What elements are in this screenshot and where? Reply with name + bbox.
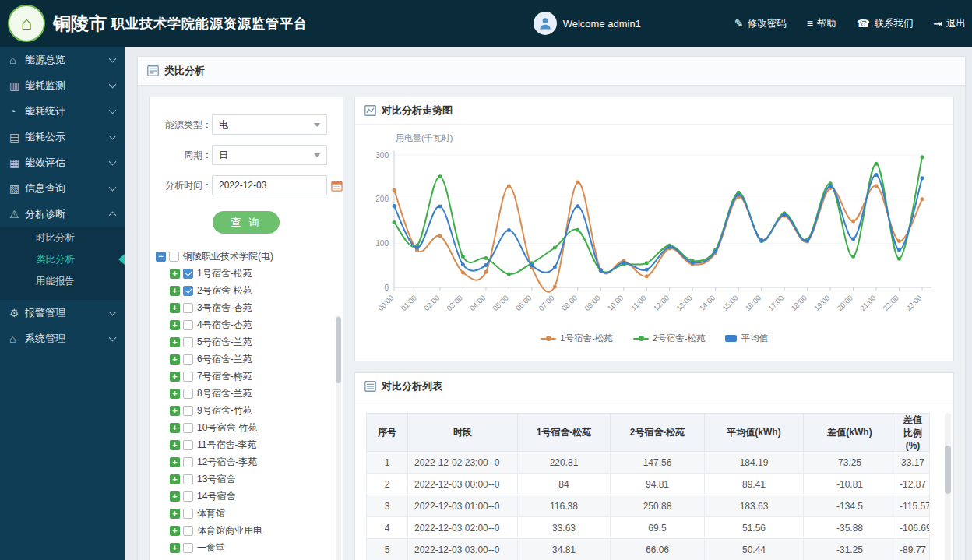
expand-icon[interactable]: +: [170, 303, 180, 313]
expand-icon[interactable]: +: [170, 509, 180, 519]
contact-us-button[interactable]: ☎联系我们: [857, 17, 913, 30]
table-row[interactable]: 52022-12-03 03:00--034.8166.0650.44-31.2…: [367, 539, 930, 560]
collapse-icon[interactable]: −: [156, 252, 166, 262]
table-header-cell[interactable]: 平均值(kWh): [705, 414, 804, 452]
tree-node[interactable]: +9号宿舍-竹苑: [170, 402, 343, 419]
sidebar-item-consumption-publicity[interactable]: ▤能耗公示: [0, 124, 125, 150]
tree-node[interactable]: +8号宿舍-兰苑: [170, 385, 343, 402]
tree-scrollbar[interactable]: [336, 315, 341, 560]
legend-item[interactable]: 平均值: [725, 333, 768, 344]
expand-icon[interactable]: +: [170, 491, 180, 502]
expand-icon[interactable]: +: [170, 269, 180, 279]
tree-node[interactable]: +5号宿舍-兰苑: [170, 333, 343, 350]
sidebar-item-consumption-statistics[interactable]: ◔能耗统计: [0, 98, 125, 124]
expand-icon[interactable]: +: [170, 457, 180, 467]
tree-node[interactable]: +3号宿舍-杏苑: [170, 299, 343, 316]
tree-node[interactable]: +11号宿舍-李苑: [170, 436, 343, 453]
table-scrollbar-thumb[interactable]: [945, 446, 951, 494]
tree-checkbox[interactable]: [183, 286, 193, 296]
sidebar-subitem-analogy-analysis[interactable]: 类比分析: [0, 248, 125, 270]
expand-icon[interactable]: +: [170, 423, 180, 433]
chart-legend: 1号宿舍-松苑2号宿舍-松苑平均值: [361, 333, 947, 344]
expand-icon[interactable]: +: [170, 354, 180, 365]
logout-button[interactable]: ⇥退出: [933, 17, 966, 30]
expand-icon[interactable]: +: [170, 543, 180, 553]
tree-node[interactable]: +体育馆商业用电: [170, 522, 343, 539]
tree-checkbox[interactable]: [183, 372, 193, 382]
tree-scrollbar-thumb[interactable]: [336, 317, 341, 383]
sidebar-item-efficiency-evaluation[interactable]: ▦能效评估: [0, 150, 125, 175]
sidebar-item-energy-overview[interactable]: ⌂能源总览: [0, 47, 125, 72]
tree-checkbox[interactable]: [183, 303, 193, 313]
table-header-cell[interactable]: 2号宿舍-松苑: [611, 414, 705, 452]
tree-checkbox[interactable]: [183, 269, 193, 279]
tree-node[interactable]: +7号宿舍-梅苑: [170, 368, 343, 385]
expand-icon[interactable]: +: [170, 440, 180, 450]
change-password-button[interactable]: ✎修改密码: [734, 17, 787, 30]
help-button[interactable]: ≡帮助: [807, 17, 836, 30]
expand-icon[interactable]: +: [170, 406, 180, 416]
tree-root-checkbox[interactable]: [169, 252, 179, 262]
expand-icon[interactable]: +: [170, 286, 180, 296]
legend-item[interactable]: 2号宿舍-松苑: [633, 333, 706, 344]
tree-checkbox[interactable]: [183, 457, 193, 467]
tree-checkbox[interactable]: [183, 474, 193, 484]
sidebar-item-alarm-management[interactable]: ⚙报警管理: [0, 300, 125, 326]
tree-node[interactable]: +4号宿舍-杏苑: [170, 316, 343, 333]
tree-checkbox[interactable]: [183, 543, 193, 553]
table-header-cell[interactable]: 1号宿舍-松苑: [518, 414, 611, 452]
tree-checkbox[interactable]: [183, 389, 193, 399]
tree-root-row[interactable]: − 铜陵职业技术学院(电): [156, 248, 343, 265]
user-welcome[interactable]: Welcome admin1: [534, 12, 641, 35]
expand-icon[interactable]: +: [170, 526, 180, 536]
table-cell: 51.56: [705, 517, 804, 539]
sidebar-item-info-query[interactable]: ▧信息查询: [0, 175, 125, 201]
table-scrollbar[interactable]: [945, 413, 951, 560]
table-row[interactable]: 32022-12-03 01:00--0116.38250.88183.63-1…: [367, 495, 930, 517]
tree-node[interactable]: +13号宿舍: [170, 470, 343, 488]
analysis-date-input[interactable]: 2022-12-03: [212, 175, 327, 195]
tree-checkbox[interactable]: [183, 509, 193, 519]
sidebar-item-consumption-monitoring[interactable]: ▥能耗监测: [0, 72, 125, 98]
tree-checkbox[interactable]: [183, 440, 193, 450]
tree-checkbox[interactable]: [183, 406, 193, 416]
table-header-cell[interactable]: 差值比例(%): [896, 414, 930, 452]
legend-item[interactable]: 1号宿舍-松苑: [541, 333, 613, 344]
sidebar-subitem-time-analysis[interactable]: 时比分析: [0, 227, 125, 248]
expand-icon[interactable]: +: [170, 372, 180, 382]
tree-checkbox[interactable]: [183, 491, 193, 502]
table-header-cell[interactable]: 时段: [408, 414, 518, 452]
table-row[interactable]: 42022-12-03 02:00--033.6369.551.56-35.88…: [367, 517, 930, 539]
sidebar-item-analysis-diagnosis[interactable]: ⚠分析诊断: [0, 201, 125, 227]
expand-icon[interactable]: +: [170, 337, 180, 347]
tree-node[interactable]: +体育馆: [170, 505, 343, 522]
energy-type-select[interactable]: 电: [212, 114, 327, 135]
tree-node[interactable]: +10号宿舍-竹苑: [170, 419, 343, 436]
sidebar-item-system-management[interactable]: ⌂系统管理: [0, 326, 125, 351]
tree-node[interactable]: +6号宿舍-兰苑: [170, 350, 343, 368]
period-select[interactable]: 日: [212, 145, 327, 165]
tree-node[interactable]: +2号宿舍-松苑: [170, 282, 343, 299]
expand-icon[interactable]: +: [170, 320, 180, 330]
table-header-cell[interactable]: 差值(kWh): [804, 414, 896, 452]
tree-node[interactable]: +12号宿舍-李苑: [170, 453, 343, 470]
tree-node[interactable]: +14号宿舍: [170, 488, 343, 505]
tree-node[interactable]: +二食堂: [170, 556, 343, 560]
tree-checkbox[interactable]: [183, 337, 193, 347]
table-row[interactable]: 12022-12-02 23:00--0220.81147.56184.1973…: [367, 452, 930, 474]
tree-checkbox[interactable]: [183, 423, 193, 433]
expand-icon[interactable]: +: [170, 474, 180, 484]
calendar-icon[interactable]: [331, 180, 343, 192]
query-button[interactable]: 查 询: [213, 211, 280, 234]
table-header-cell[interactable]: 序号: [367, 414, 408, 452]
tree-node[interactable]: +1号宿舍-松苑: [170, 265, 343, 282]
tree-checkbox[interactable]: [183, 354, 193, 365]
expand-icon[interactable]: +: [170, 389, 180, 399]
tree-checkbox[interactable]: [183, 526, 193, 536]
sidebar-subitem-energy-report[interactable]: 用能报告: [0, 270, 125, 292]
table-cell: -89.77: [896, 539, 930, 560]
tree-node[interactable]: +一食堂: [170, 539, 343, 556]
comparison-table-panel: 对比分析列表 序号时段1号宿舍-松苑2号宿舍-松苑平均值(kWh)差值(kWh)…: [354, 372, 954, 560]
tree-checkbox[interactable]: [183, 320, 193, 330]
table-row[interactable]: 22022-12-03 00:00--08494.8189.41-10.81-1…: [367, 474, 930, 495]
